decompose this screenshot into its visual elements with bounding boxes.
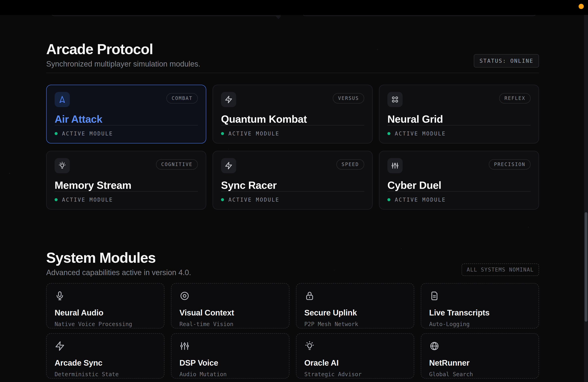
system-card-live-transcripts[interactable]: Live Transcripts Auto-Logging [421, 283, 539, 328]
globe-icon [429, 341, 440, 351]
game-icon-container [55, 92, 70, 107]
card-divider [387, 191, 531, 191]
system-card-title: Neural Audio [55, 308, 156, 317]
category-badge: VERSUS [333, 93, 364, 103]
active-status-dot [55, 198, 58, 201]
active-status-dot [55, 132, 58, 135]
eye-icon [179, 291, 190, 301]
system-card-desc: Global Search [429, 371, 531, 378]
game-title: Quantum Kombat [221, 113, 364, 125]
system-card-title: Oracle AI [304, 358, 406, 367]
system-card-desc: Native Voice Processing [55, 321, 156, 327]
active-status-dot [387, 198, 390, 201]
module-status: ACTIVE MODULE [387, 197, 531, 203]
module-status: ACTIVE MODULE [55, 197, 198, 203]
system-card-title: NetRunner [429, 358, 531, 367]
game-title: Neural Grid [387, 113, 531, 125]
recording-indicator-dot [579, 4, 584, 9]
system-card-desc: Real-time Vision [179, 321, 281, 327]
system-card-desc: Deterministic State [55, 371, 156, 378]
game-icon-container [221, 92, 236, 107]
game-card-quantum-kombat[interactable]: VERSUS Quantum Kombat ACTIVE MODULE [213, 85, 373, 143]
scrollbar-thumb[interactable] [585, 212, 588, 322]
module-status-label: ACTIVE MODULE [228, 131, 280, 137]
game-title: Memory Stream [55, 179, 198, 191]
system-card-title: Arcade Sync [55, 358, 156, 367]
system-card-desc: Auto-Logging [429, 321, 531, 327]
module-status-label: ACTIVE MODULE [62, 197, 113, 203]
card-divider [55, 191, 198, 191]
active-status-dot [387, 132, 390, 135]
system-card-title: Visual Context [179, 308, 281, 317]
arcade-protocol-section: Arcade Protocol Synchronized multiplayer… [46, 42, 539, 210]
system-section-title: System Modules [46, 250, 191, 265]
module-status: ACTIVE MODULE [387, 131, 531, 137]
system-modules-section: System Modules Advanced capabilities act… [46, 250, 539, 379]
game-icon-container [387, 92, 403, 107]
system-section-subtitle: Advanced capabilities active in version … [46, 268, 191, 277]
arcade-section-subtitle: Synchronized multiplayer simulation modu… [46, 59, 200, 69]
module-status-label: ACTIVE MODULE [62, 131, 113, 137]
microphone-icon [55, 291, 65, 301]
system-card-secure-uplink[interactable]: Secure Uplink P2P Mesh Network [296, 283, 414, 328]
system-card-netrunner[interactable]: NetRunner Global Search [421, 333, 539, 379]
game-icon-container [221, 158, 236, 173]
system-card-neural-audio[interactable]: Neural Audio Native Voice Processing [46, 283, 164, 328]
panel-caret-icon [276, 16, 281, 19]
zap-icon [55, 341, 65, 351]
game-card-grid: COMBAT Air Attack ACTIVE MODULE VERSUS Q… [46, 85, 539, 210]
zap-icon [225, 96, 232, 103]
lock-icon [304, 291, 315, 301]
category-badge: COGNITIVE [156, 159, 198, 170]
active-status-dot [221, 132, 224, 135]
system-card-desc: P2P Mesh Network [304, 321, 406, 327]
category-badge: REFLEX [499, 93, 531, 103]
card-divider [387, 125, 531, 125]
active-status-dot [221, 198, 224, 201]
module-status: ACTIVE MODULE [221, 197, 364, 203]
module-status: ACTIVE MODULE [221, 131, 364, 137]
module-status-label: ACTIVE MODULE [395, 131, 446, 137]
section-divider [46, 73, 539, 73]
game-card-memory-stream[interactable]: COGNITIVE Memory Stream ACTIVE MODULE [46, 151, 206, 210]
system-card-title: DSP Voice [179, 358, 281, 367]
game-card-cyber-duel[interactable]: PRECISION Cyber Duel ACTIVE MODULE [379, 151, 539, 210]
top-bar [0, 0, 588, 15]
file-text-icon [429, 291, 440, 301]
system-card-grid: Neural Audio Native Voice Processing Vis… [46, 283, 539, 379]
grid-dots-icon [391, 96, 399, 103]
game-icon-container [55, 158, 70, 173]
navigation-icon [58, 96, 66, 103]
status-online-badge: STATUS: ONLINE [474, 54, 539, 68]
particle [9, 173, 10, 174]
arcade-section-title: Arcade Protocol [46, 42, 200, 56]
card-divider [221, 125, 364, 125]
game-card-neural-grid[interactable]: REFLEX Neural Grid ACTIVE MODULE [379, 85, 539, 143]
scrollbar-track[interactable] [584, 15, 588, 382]
category-badge: SPEED [336, 159, 364, 170]
game-title: Sync Racer [221, 179, 364, 191]
lightbulb-icon [58, 162, 66, 170]
system-card-desc: Audio Mutation [179, 371, 281, 378]
module-status-label: ACTIVE MODULE [395, 197, 446, 203]
system-card-desc: Strategic Advisor [304, 371, 406, 378]
system-card-oracle-ai[interactable]: Oracle AI Strategic Advisor [296, 333, 414, 379]
game-card-sync-racer[interactable]: SPEED Sync Racer ACTIVE MODULE [213, 151, 373, 210]
game-icon-container [387, 158, 403, 173]
all-systems-nominal-badge: ALL SYSTEMS NOMINAL [462, 264, 539, 276]
system-card-visual-context[interactable]: Visual Context Real-time Vision [171, 283, 289, 328]
sliders-icon [391, 162, 399, 170]
main-content: Arcade Protocol Synchronized multiplayer… [46, 42, 539, 379]
system-card-title: Live Transcripts [429, 308, 531, 317]
system-card-dsp-voice[interactable]: DSP Voice Audio Mutation [171, 333, 289, 379]
category-badge: PRECISION [489, 159, 531, 170]
system-card-arcade-sync[interactable]: Arcade Sync Deterministic State [46, 333, 164, 379]
lightbulb-icon [304, 341, 315, 351]
game-title: Cyber Duel [387, 179, 531, 191]
sliders-icon [179, 341, 190, 351]
game-card-air-attack[interactable]: COMBAT Air Attack ACTIVE MODULE [46, 85, 206, 143]
module-status: ACTIVE MODULE [55, 131, 198, 137]
system-card-title: Secure Uplink [304, 308, 406, 317]
game-title: Air Attack [55, 113, 198, 125]
module-status-label: ACTIVE MODULE [228, 197, 280, 203]
